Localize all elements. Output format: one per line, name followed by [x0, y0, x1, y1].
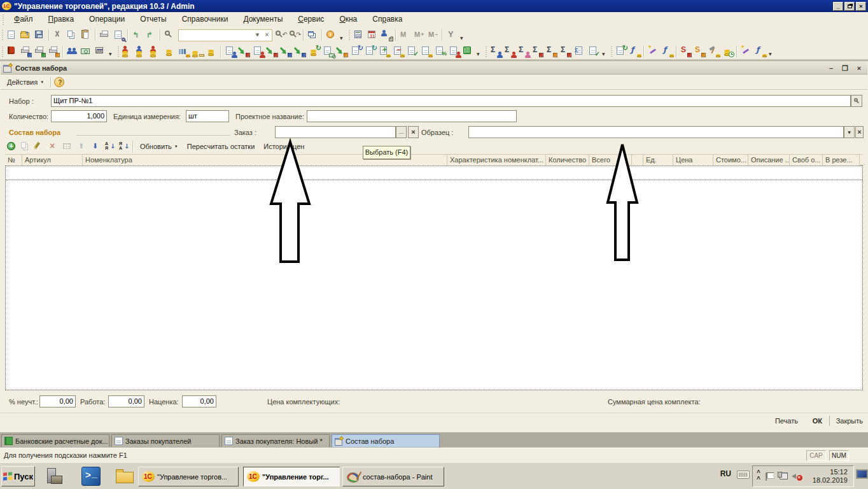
doc-percent-icon[interactable]: [434, 45, 447, 57]
calendar-icon[interactable]: [367, 29, 379, 41]
column-header-Стоимо...[interactable]: Стоимо...: [713, 155, 748, 166]
sort-az-icon[interactable]: [104, 141, 116, 153]
grid-dim-icon[interactable]: [62, 141, 74, 153]
print-button[interactable]: Печать: [775, 417, 798, 425]
system-tools-icon[interactable]: [45, 467, 64, 486]
mdi-tab-Состав набора[interactable]: Состав набора: [332, 434, 440, 448]
preview-icon[interactable]: [113, 29, 125, 41]
column-header-Своб о...[interactable]: Своб о...: [790, 155, 823, 166]
print-blue-icon[interactable]: [20, 45, 32, 57]
ok-button[interactable]: ОК: [813, 417, 822, 425]
journal-icon[interactable]: [6, 45, 18, 57]
recalc-remainders-button[interactable]: Пересчитать остатки: [183, 143, 260, 150]
drop-icon[interactable]: [601, 45, 608, 57]
drop-icon[interactable]: [108, 45, 115, 57]
doc-person-red-icon[interactable]: [252, 45, 265, 57]
wand-icon[interactable]: [647, 45, 660, 57]
arrow-cube-orange-icon[interactable]: [336, 45, 349, 57]
redo-icon[interactable]: [145, 29, 158, 41]
coins-refresh-icon[interactable]: [308, 45, 321, 57]
menu-Отчеты[interactable]: Отчеты: [132, 15, 174, 24]
clock[interactable]: 15:12 18.02.2019: [806, 468, 848, 485]
tray-flag-icon[interactable]: [765, 472, 774, 481]
qty-input[interactable]: 1,000: [51, 110, 107, 122]
powershell-icon[interactable]: [81, 467, 101, 486]
user-lock-icon[interactable]: [381, 29, 393, 41]
drop-icon[interactable]: [768, 45, 775, 57]
add-icon[interactable]: [6, 141, 18, 153]
tray-chevron-icon[interactable]: ^^: [757, 470, 760, 483]
sigma-person-red-icon[interactable]: [503, 45, 516, 57]
nabor-input[interactable]: Щит ПР-№1: [51, 95, 851, 107]
money-icon[interactable]: [80, 45, 93, 57]
info-icon[interactable]: [325, 29, 338, 41]
menu-grip[interactable]: [1, 14, 6, 25]
mdi-tab-Заказы покупателей[interactable]: Заказы покупателей: [111, 434, 220, 448]
restore-button[interactable]: [844, 2, 855, 11]
copy-icon[interactable]: [66, 29, 79, 41]
coins-clock-icon[interactable]: [722, 45, 734, 57]
doc-refresh-teal-icon[interactable]: [364, 45, 377, 57]
order-clear-button[interactable]: ×: [408, 126, 419, 138]
drop-icon[interactable]: [459, 29, 466, 41]
search-clear-icon[interactable]: ×: [263, 31, 271, 40]
unit-input[interactable]: шт: [186, 110, 229, 122]
order-choose-button[interactable]: ...: [396, 126, 407, 138]
arrow-cube-blue-icon[interactable]: [280, 45, 293, 57]
person-coins-red-icon[interactable]: [150, 45, 162, 57]
markup-input[interactable]: 0,00: [182, 395, 216, 408]
doc-check-icon[interactable]: [587, 45, 600, 57]
f-coins-icon[interactable]: [754, 45, 767, 57]
drop-icon[interactable]: [476, 45, 483, 57]
s-doc-orange-icon[interactable]: [694, 45, 706, 57]
m-minus-icon[interactable]: [427, 29, 440, 41]
delete-dim-icon[interactable]: [48, 141, 60, 153]
copy-dim-icon[interactable]: [20, 141, 32, 153]
chart-coins-icon[interactable]: [178, 45, 190, 57]
calc-icon[interactable]: [353, 29, 365, 41]
people-icon[interactable]: [66, 45, 79, 57]
windows-icon[interactable]: [307, 29, 319, 41]
sample-input[interactable]: [468, 126, 844, 138]
wrench-icon[interactable]: [445, 29, 458, 41]
print-orange-icon[interactable]: [48, 45, 60, 57]
f-coins-icon[interactable]: [661, 45, 674, 57]
column-header-Характеристика номенклат...[interactable]: Характеристика номенклат...: [447, 155, 546, 166]
refresh-button[interactable]: Обновить▼: [136, 143, 183, 150]
doc-person-red-icon[interactable]: [448, 45, 461, 57]
explorer-folder-icon[interactable]: [115, 467, 134, 486]
arrow-cube-blue-icon[interactable]: [294, 45, 307, 57]
menu-Файл[interactable]: Файл: [6, 15, 41, 24]
s-doc-red-icon[interactable]: [680, 45, 692, 57]
column-header-В резе...[interactable]: В резе...: [823, 155, 860, 166]
coins-stack-icon[interactable]: [206, 45, 218, 57]
minimize-button[interactable]: _: [833, 2, 843, 11]
volume-muted-icon[interactable]: [792, 471, 802, 481]
dialog-restore-button[interactable]: ❐: [841, 64, 850, 73]
coins-stack-icon[interactable]: [164, 45, 176, 57]
show-desktop-icon[interactable]: [856, 469, 867, 479]
doc-person-blue-icon[interactable]: [224, 45, 237, 57]
order-input[interactable]: [275, 126, 396, 138]
menu-Окна[interactable]: Окна: [332, 15, 365, 24]
sigma-doc-red-icon[interactable]: [559, 45, 572, 57]
menu-Операции[interactable]: Операции: [81, 15, 132, 24]
print-green-icon[interactable]: [34, 45, 46, 57]
drop-icon[interactable]: [339, 29, 346, 41]
sigma-person-pink-icon[interactable]: [517, 45, 530, 57]
pct-input[interactable]: 0,00: [39, 395, 76, 408]
nabor-search-button[interactable]: [851, 95, 862, 107]
sigma-doc-red-icon[interactable]: [531, 45, 544, 57]
language-indicator[interactable]: RU: [720, 469, 731, 478]
paste-icon[interactable]: [80, 29, 93, 41]
person-coins-red-icon[interactable]: [122, 45, 134, 57]
find-icon[interactable]: [164, 29, 176, 41]
m-plus-icon[interactable]: [413, 29, 426, 41]
dialog-close-button[interactable]: ×: [855, 64, 864, 73]
print-icon[interactable]: [99, 29, 111, 41]
mdi-tab-Заказ покупателя: Новый *[interactable]: Заказ покупателя: Новый *: [221, 434, 330, 448]
task-button-1[interactable]: "Управление торгов...: [138, 467, 239, 486]
start-button[interactable]: Пуск: [1, 466, 35, 486]
column-header-Артикул[interactable]: Артикул: [22, 155, 83, 166]
actions-menu-button[interactable]: Действия▼: [3, 77, 48, 87]
